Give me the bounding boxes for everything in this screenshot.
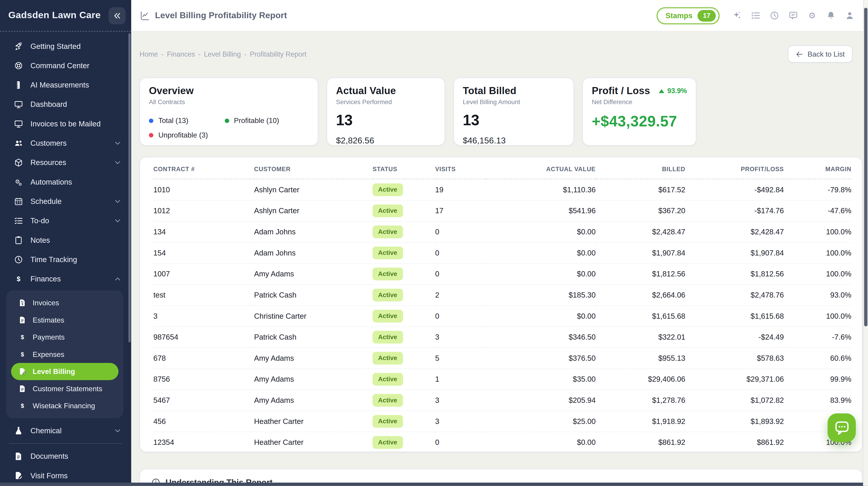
sidebar-subitem-payments[interactable]: $Payments	[11, 328, 119, 346]
status-badge: Active	[372, 289, 403, 301]
sidebar-subitem-expenses[interactable]: $Expenses	[11, 346, 119, 363]
contract-cell[interactable]: 154	[153, 242, 254, 263]
margin-cell: 100.0%	[784, 306, 851, 327]
billed-cell: $29,406.06	[596, 369, 685, 390]
column-header-visits[interactable]: VISITS	[435, 157, 485, 179]
svg-text:$: $	[17, 275, 20, 283]
contract-cell[interactable]: 12354	[153, 432, 254, 452]
column-header-contract[interactable]: CONTRACT #	[153, 157, 254, 179]
column-header-pl[interactable]: PROFIT/LOSS	[685, 157, 784, 179]
sidebar-item-documents[interactable]: Documents	[0, 447, 131, 466]
sidebar-item-getting-started[interactable]: Getting Started	[0, 37, 131, 56]
contract-cell[interactable]: 987654	[153, 327, 254, 348]
sidebar-subitem-wisetack-financing[interactable]: $Wisetack Financing	[11, 397, 119, 414]
sidebar: Gadsden Lawn Care Getting StartedCommand…	[0, 0, 131, 486]
actual-cell: $0.00	[485, 242, 596, 263]
sidebar-item-label: AI Measurements	[30, 81, 121, 89]
sidebar-subitem-invoices[interactable]: $Invoices	[11, 294, 119, 311]
table-row: 3Christine CarterActive0$0.00$1,615.68$1…	[153, 306, 851, 327]
contract-cell[interactable]: 5467	[153, 390, 254, 411]
contract-cell[interactable]: test	[153, 285, 254, 306]
bell-icon[interactable]	[826, 10, 836, 21]
tasks-icon[interactable]	[751, 10, 761, 21]
sidebar-item-command-center[interactable]: Command Center	[0, 56, 131, 75]
sidebar-subitem-estimates[interactable]: Estimates	[11, 311, 119, 329]
svg-text:$: $	[22, 302, 23, 306]
actual-cell: $541.96	[485, 200, 596, 221]
contract-cell[interactable]: 1012	[153, 200, 254, 221]
page-scrollbar[interactable]	[863, 0, 868, 486]
page-scrollbar-thumb[interactable]	[864, 8, 868, 326]
sidebar-item-resources[interactable]: Resources	[0, 153, 131, 172]
chevron-down-icon	[114, 427, 121, 434]
column-header-margin[interactable]: MARGIN	[784, 157, 851, 179]
actual-cell: $346.50	[485, 327, 596, 348]
gear-icon[interactable]: ⚙	[807, 10, 817, 21]
contract-cell[interactable]: 1007	[153, 263, 254, 285]
sidebar-item-to-do[interactable]: To-do	[0, 211, 131, 230]
svg-text:⚙: ⚙	[808, 11, 816, 20]
table-row: 12354Heather CarterActive0$0.00$861.92$8…	[153, 432, 851, 452]
contract-cell[interactable]: 8756	[153, 369, 254, 390]
actual-cell: $0.00	[485, 306, 596, 327]
legend-item-profitable-10: Profitable (10)	[225, 116, 279, 125]
stamps-button[interactable]: Stamps 17	[657, 7, 719, 24]
column-header-status[interactable]: STATUS	[372, 157, 435, 179]
sidebar-item-schedule[interactable]: Schedule	[0, 192, 131, 211]
chevron-down-icon	[114, 217, 121, 225]
contract-cell[interactable]: 134	[153, 221, 254, 242]
top-bar: Level Billing Profitability Report Stamp…	[131, 0, 868, 32]
chat-fab-button[interactable]	[828, 413, 856, 442]
actual-value-amount: $2,826.56	[336, 136, 436, 146]
chevron-down-icon	[114, 159, 121, 166]
sidebar-item-dashboard[interactable]: Dashboard	[0, 95, 131, 114]
actual-cell: $0.00	[485, 432, 596, 452]
sidebar-item-ai-measurements[interactable]: AI Measurements	[0, 76, 131, 95]
contract-cell[interactable]: 678	[153, 348, 254, 369]
sidebar-collapse-button[interactable]	[108, 7, 126, 24]
user-icon[interactable]	[845, 10, 855, 21]
sidebar-item-chemical[interactable]: Chemical	[0, 421, 131, 440]
chevrons-left-icon	[113, 11, 122, 20]
clock-icon[interactable]	[769, 10, 779, 21]
margin-cell: -47.6%	[784, 200, 851, 221]
contract-cell[interactable]: 1010	[153, 179, 254, 200]
sidebar-subitem-level-billing[interactable]: Level Billing	[11, 363, 119, 380]
breadcrumb-item-profitability-report[interactable]: Profitability Report	[250, 50, 306, 58]
sidebar-item-automations[interactable]: ⚙⚙Automations	[0, 172, 131, 192]
visits-cell: 19	[435, 179, 485, 200]
back-to-list-button[interactable]: Back to List	[787, 46, 852, 63]
breadcrumb-item-finances[interactable]: Finances	[167, 50, 195, 58]
table-row: 1010Ashlyn CarterActive19$1,110.36$617.5…	[153, 179, 851, 200]
contract-cell[interactable]: 456	[153, 411, 254, 432]
monitor-icon	[14, 119, 23, 128]
sidebar-item-time-tracking[interactable]: Time Tracking	[0, 250, 131, 269]
status-badge: Active	[372, 394, 403, 406]
sidebar-item-customers[interactable]: Customers	[0, 134, 131, 153]
pl-cell: -$492.84	[685, 179, 784, 200]
sparkles-icon[interactable]	[732, 10, 742, 21]
legend-label: Unprofitable (3)	[158, 131, 208, 139]
sidebar-item-label: Chemical	[30, 427, 107, 435]
sidebar-item-finances[interactable]: $Finances	[0, 269, 131, 289]
dollar-icon: $	[14, 275, 23, 284]
breadcrumb-item-level-billing[interactable]: Level Billing	[204, 50, 241, 58]
contract-cell[interactable]: 3	[153, 306, 254, 327]
customer-cell: Heather Carter	[254, 411, 373, 432]
chevron-down-icon	[114, 140, 121, 147]
messages-icon[interactable]	[788, 10, 798, 21]
sidebar-scrollbar[interactable]	[128, 33, 131, 342]
sidebar-item-invoices-to-be-mailed[interactable]: Invoices to be Mailed	[0, 114, 131, 134]
status-cell: Active	[372, 179, 435, 200]
table-header-row: CONTRACT #CUSTOMERSTATUSVISITSACTUAL VAL…	[153, 157, 851, 179]
sidebar-item-label: Wisetack Financing	[33, 402, 112, 410]
content: Home-Finances-Level Billing-Profitabilit…	[131, 32, 868, 486]
legend-dot	[225, 118, 229, 123]
column-header-actual[interactable]: ACTUAL VALUE	[485, 157, 596, 179]
breadcrumb-item-home[interactable]: Home	[140, 50, 158, 58]
sidebar-item-notes[interactable]: Notes	[0, 230, 131, 250]
sidebar-subitem-customer-statements[interactable]: Customer Statements	[11, 380, 119, 397]
profit-loss-delta-value: 93.9%	[668, 87, 687, 95]
column-header-customer[interactable]: CUSTOMER	[254, 157, 373, 179]
column-header-billed[interactable]: BILLED	[596, 157, 685, 179]
